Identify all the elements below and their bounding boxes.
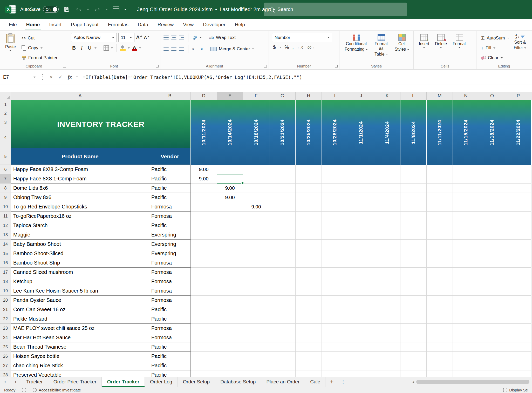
date-header-E[interactable]: 10/14/2024 xyxy=(217,100,243,165)
underline-button[interactable]: U xyxy=(87,45,92,51)
cell-N15[interactable] xyxy=(453,249,479,258)
cell-B14[interactable]: Everspring xyxy=(149,240,191,249)
cell-M8[interactable] xyxy=(427,184,453,193)
cell-A22[interactable]: Pickle Mustard xyxy=(11,314,149,324)
cell-D7[interactable]: 9.00 xyxy=(191,174,217,184)
cell-G12[interactable] xyxy=(269,221,296,230)
cell-H8[interactable] xyxy=(296,184,322,193)
date-header-N[interactable]: 11/15/2024 xyxy=(453,100,479,165)
cell-K8[interactable] xyxy=(374,184,400,193)
cell-E6[interactable] xyxy=(217,165,243,174)
cell-A11[interactable]: To-goRicePaperbox16 oz xyxy=(11,212,149,221)
cell-F16[interactable] xyxy=(243,258,269,268)
number-dialog-launcher[interactable] xyxy=(335,65,338,67)
cell-O15[interactable] xyxy=(479,249,505,258)
row-header-17[interactable]: 17 xyxy=(0,268,11,277)
decrease-indent-button[interactable]: ⇤ xyxy=(192,46,196,52)
cell-H12[interactable] xyxy=(296,221,322,230)
column-header-F[interactable]: F xyxy=(243,92,269,100)
cell-M14[interactable] xyxy=(427,240,453,249)
cell-K15[interactable] xyxy=(374,249,400,258)
cell-I11[interactable] xyxy=(322,212,348,221)
cell-L27[interactable] xyxy=(400,361,427,370)
cell-D10[interactable] xyxy=(191,202,217,212)
cell-F20[interactable] xyxy=(243,296,269,305)
cell-I19[interactable] xyxy=(322,286,348,296)
cell-P22[interactable] xyxy=(505,314,531,324)
cell-G8[interactable] xyxy=(269,184,296,193)
cell-J14[interactable] xyxy=(348,240,374,249)
cell-K16[interactable] xyxy=(374,258,400,268)
cell-O27[interactable] xyxy=(479,361,505,370)
cell-M22[interactable] xyxy=(427,314,453,324)
cell-B16[interactable]: Formosa xyxy=(149,258,191,268)
cell-D8[interactable] xyxy=(191,184,217,193)
cell-F17[interactable] xyxy=(243,268,269,277)
cell-J15[interactable] xyxy=(348,249,374,258)
cell-I28[interactable] xyxy=(322,370,348,377)
date-header-G[interactable]: 10/21/2024 xyxy=(269,100,296,165)
cell-M25[interactable] xyxy=(427,342,453,352)
row-header-7[interactable]: 7 xyxy=(0,174,11,184)
cell-J9[interactable] xyxy=(348,193,374,202)
cell-G6[interactable] xyxy=(269,165,296,174)
cell-M28[interactable] xyxy=(427,370,453,377)
cell-D11[interactable] xyxy=(191,212,217,221)
excel-app-icon[interactable]: X xyxy=(5,4,16,14)
inventory-title-cell[interactable]: INVENTORY TRACKER xyxy=(11,100,191,148)
cell-G20[interactable] xyxy=(269,296,296,305)
cell-M20[interactable] xyxy=(427,296,453,305)
cell-E14[interactable] xyxy=(217,240,243,249)
cell-M9[interactable] xyxy=(427,193,453,202)
row-header-15[interactable]: 15 xyxy=(0,249,11,258)
redo-chevron-icon[interactable] xyxy=(105,9,108,10)
cell-H23[interactable] xyxy=(296,324,322,333)
row-header-26[interactable]: 26 xyxy=(0,352,11,361)
cell-G18[interactable] xyxy=(269,277,296,286)
cell-J25[interactable] xyxy=(348,342,374,352)
cell-M21[interactable] xyxy=(427,305,453,314)
cell-H17[interactable] xyxy=(296,268,322,277)
cell-D9[interactable] xyxy=(191,193,217,202)
scroll-left-icon[interactable]: ◄ xyxy=(410,380,416,384)
cell-N24[interactable] xyxy=(453,333,479,342)
cell-J22[interactable] xyxy=(348,314,374,324)
cell-D23[interactable] xyxy=(191,324,217,333)
cell-I10[interactable] xyxy=(322,202,348,212)
cell-E13[interactable] xyxy=(217,230,243,240)
cell-A23[interactable]: MAE PLOY sweet chili sauce 25 oz xyxy=(11,324,149,333)
cell-D24[interactable] xyxy=(191,333,217,342)
cell-O16[interactable] xyxy=(479,258,505,268)
cell-A14[interactable]: Baby Bamboo Shoot xyxy=(11,240,149,249)
cell-N22[interactable] xyxy=(453,314,479,324)
date-header-D[interactable]: 10/11/2024 xyxy=(191,100,217,165)
row-header-24[interactable]: 24 xyxy=(0,333,11,342)
cell-L9[interactable] xyxy=(400,193,427,202)
insert-function-button[interactable]: fx xyxy=(65,74,74,80)
cell-H28[interactable] xyxy=(296,370,322,377)
cell-O8[interactable] xyxy=(479,184,505,193)
cell-K11[interactable] xyxy=(374,212,400,221)
cell-H27[interactable] xyxy=(296,361,322,370)
cell-E16[interactable] xyxy=(217,258,243,268)
clipboard-dialog-launcher[interactable] xyxy=(63,65,66,67)
cell-J8[interactable] xyxy=(348,184,374,193)
cell-L17[interactable] xyxy=(400,268,427,277)
row-header-20[interactable]: 20 xyxy=(0,296,11,305)
cell-G11[interactable] xyxy=(269,212,296,221)
cell-I26[interactable] xyxy=(322,352,348,361)
undo-chevron-icon[interactable] xyxy=(87,9,89,10)
cell-L26[interactable] xyxy=(400,352,427,361)
cell-D25[interactable] xyxy=(191,342,217,352)
cell-P6[interactable] xyxy=(505,165,531,174)
redo-button[interactable] xyxy=(93,5,101,13)
ribbon-tab-formulas[interactable]: Formulas xyxy=(103,19,133,30)
vendor-header[interactable]: Vendor xyxy=(149,148,191,165)
increase-decimal-button[interactable]: ←.0 xyxy=(297,45,303,49)
cell-D17[interactable] xyxy=(191,268,217,277)
delete-cells-button[interactable]: Delete xyxy=(433,33,449,63)
column-header-B[interactable]: B xyxy=(149,92,191,100)
cell-G15[interactable] xyxy=(269,249,296,258)
sheet-nav-right-button[interactable]: › xyxy=(10,377,21,387)
cell-G23[interactable] xyxy=(269,324,296,333)
